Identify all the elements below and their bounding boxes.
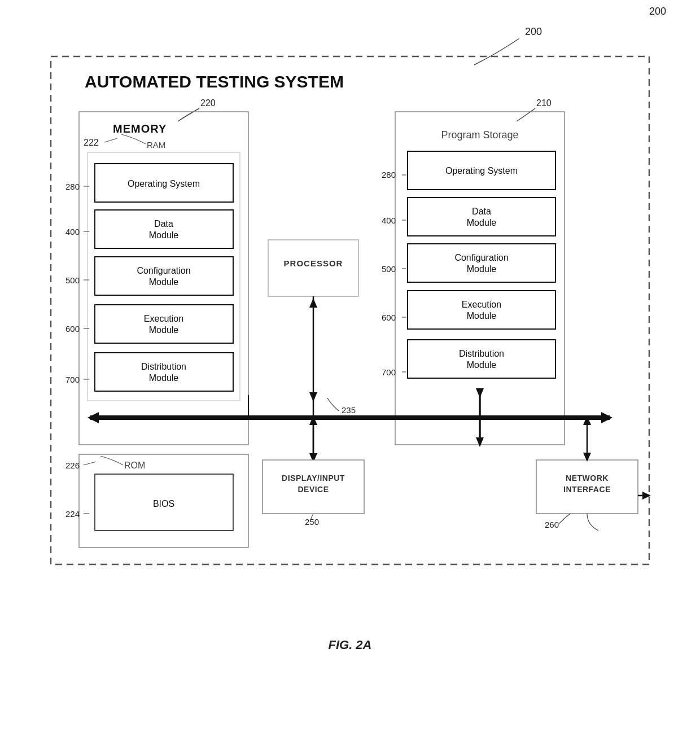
dist-module-label2-mem: Module bbox=[149, 373, 179, 383]
execution-module-label-ps: Execution bbox=[462, 300, 501, 309]
execution-module-box-mem bbox=[95, 305, 233, 343]
execution-module-label2-mem: Module bbox=[149, 325, 179, 335]
config-module-box-ps bbox=[408, 244, 555, 282]
ref-235: 235 bbox=[342, 405, 356, 415]
execution-module-label2-ps: Module bbox=[467, 311, 497, 321]
os-label-ps: Operating System bbox=[445, 166, 518, 176]
ref-200-label: 200 bbox=[525, 26, 542, 37]
ref-222: 222 bbox=[84, 138, 99, 147]
data-module-box-mem bbox=[95, 210, 233, 248]
data-module-box-ps bbox=[408, 198, 555, 236]
ref-220: 220 bbox=[200, 98, 216, 108]
ref-600-ps: 600 bbox=[382, 313, 396, 322]
display-input-label2: DEVICE bbox=[298, 485, 329, 494]
ref-200: 200 bbox=[649, 6, 666, 17]
ref-260: 260 bbox=[545, 520, 559, 529]
dist-module-label2-ps: Module bbox=[467, 360, 497, 370]
config-module-box-mem bbox=[95, 257, 233, 295]
config-module-label-mem: Configuration bbox=[137, 266, 190, 275]
processor-box bbox=[268, 240, 358, 296]
ram-label: RAM bbox=[147, 140, 165, 150]
rom-label: ROM bbox=[124, 461, 145, 470]
processor-label: PROCESSOR bbox=[284, 258, 343, 268]
config-module-label2-ps: Module bbox=[467, 264, 497, 274]
bus-right-arrow bbox=[601, 412, 613, 423]
data-module-label-mem: Data bbox=[154, 219, 173, 229]
ref-280-mem: 280 bbox=[65, 182, 80, 191]
ref-500-mem: 500 bbox=[65, 275, 80, 285]
execution-module-label-mem: Execution bbox=[144, 314, 183, 323]
svg-line-6 bbox=[84, 462, 96, 465]
execution-module-box-ps bbox=[408, 291, 555, 329]
ref-400-ps: 400 bbox=[382, 216, 396, 225]
ref-250: 250 bbox=[305, 517, 319, 527]
page-container: 200 200 AUTOMATED TESTING SYSTEM 220 MEM… bbox=[34, 23, 666, 652]
bus-left-arrow bbox=[88, 412, 99, 423]
main-title: AUTOMATED TESTING SYSTEM bbox=[85, 72, 344, 91]
ref-500-ps: 500 bbox=[382, 264, 396, 274]
ref-226: 226 bbox=[65, 461, 80, 470]
ref-224: 224 bbox=[65, 509, 80, 519]
dist-module-label-ps: Distribution bbox=[459, 349, 504, 358]
ref-280-ps: 280 bbox=[382, 170, 396, 179]
data-module-label2-mem: Module bbox=[149, 230, 179, 240]
ref-700-mem: 700 bbox=[65, 375, 80, 384]
network-label1: NETWORK bbox=[566, 474, 609, 483]
proc-up-to-ps-arrow bbox=[309, 298, 317, 308]
program-storage-label: Program Storage bbox=[441, 129, 518, 141]
figure-caption: FIG. 2A bbox=[328, 638, 371, 652]
diagram-container: 200 200 AUTOMATED TESTING SYSTEM 220 MEM… bbox=[34, 23, 666, 615]
config-module-label-ps: Configuration bbox=[454, 253, 508, 262]
ref-700-ps: 700 bbox=[382, 367, 396, 377]
main-diagram-svg: 200 AUTOMATED TESTING SYSTEM 220 MEMORY … bbox=[34, 23, 666, 615]
ref-210: 210 bbox=[536, 98, 552, 108]
dist-module-box-ps bbox=[408, 340, 555, 378]
os-label-mem: Operating System bbox=[128, 179, 200, 189]
dist-module-box-mem bbox=[95, 353, 233, 391]
memory-label: MEMORY bbox=[113, 122, 167, 135]
display-input-label1: DISPLAY/INPUT bbox=[282, 474, 345, 483]
ref-400-mem: 400 bbox=[65, 227, 80, 236]
bios-label: BIOS bbox=[153, 499, 174, 509]
config-module-label2-mem: Module bbox=[149, 277, 179, 287]
data-module-label2-ps: Module bbox=[467, 218, 497, 227]
dist-module-label-mem: Distribution bbox=[141, 362, 186, 371]
network-label2: INTERFACE bbox=[563, 485, 611, 494]
svg-line-0 bbox=[104, 138, 117, 142]
ref-600-mem: 600 bbox=[65, 324, 80, 334]
data-module-label-ps: Data bbox=[472, 207, 491, 216]
ps-up-arrow bbox=[476, 437, 484, 447]
